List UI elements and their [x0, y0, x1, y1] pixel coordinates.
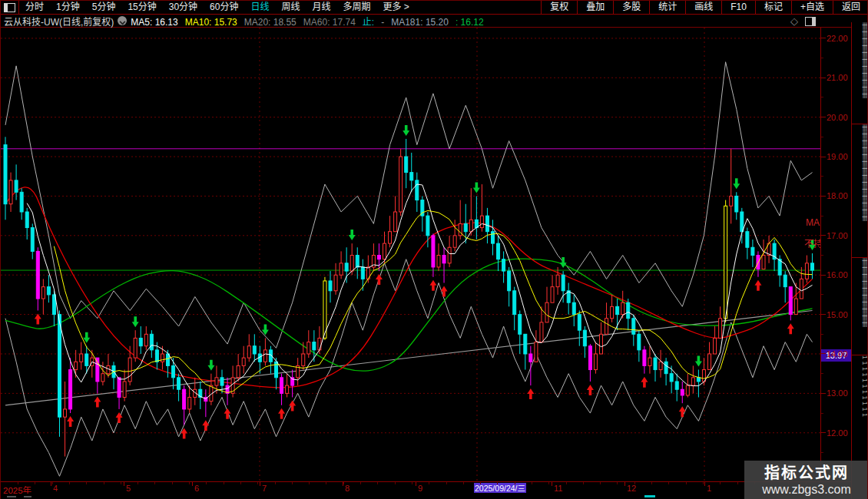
week-tick	[292, 482, 293, 484]
period-tab-1[interactable]: 分时	[19, 1, 50, 14]
candle-body	[85, 354, 88, 365]
period-tab-6[interactable]: 60分钟	[204, 1, 244, 14]
price-axis: 13.97 22.0021.0020.0019.0018.0017.0016.0…	[820, 28, 851, 481]
week-tick	[121, 482, 121, 484]
price-label: 14.00	[827, 349, 848, 359]
candlestick-chart[interactable]: MA不持	[1, 28, 820, 481]
ma-value-3: MA20: 18.55	[244, 17, 297, 28]
chevron-down-icon[interactable]	[118, 16, 127, 25]
period-tab-10[interactable]: 多周期	[337, 1, 377, 14]
candle-body	[263, 350, 267, 362]
candle-body	[340, 263, 343, 275]
candle-body	[101, 374, 104, 382]
chart-canvas: MA不持	[1, 28, 820, 481]
candle-body	[708, 354, 711, 370]
period-tab-11[interactable]: 更多 >	[377, 1, 416, 14]
toolbar-button-1[interactable]: 复权	[541, 1, 577, 14]
date-axis: 2025年 2025/09/24/三 45678911121	[1, 481, 851, 494]
toolbar-button-9[interactable]: 返回	[833, 1, 868, 14]
candle-body	[405, 157, 408, 173]
period-tab-2[interactable]: 1分钟	[50, 1, 86, 14]
candle-body	[778, 259, 781, 276]
diamond-icon[interactable]: ◇	[790, 16, 798, 26]
candle-body	[188, 398, 191, 409]
week-tick	[360, 482, 361, 484]
candle-body	[480, 216, 483, 227]
candle-body	[172, 365, 175, 377]
period-tab-3[interactable]: 5分钟	[86, 1, 122, 14]
ma-values: MA5: 16.13MA10: 15.73MA20: 18.55MA60: 17…	[131, 15, 490, 28]
candle-body	[805, 263, 808, 279]
selected-date-badge: 2025/09/24/三	[474, 483, 526, 493]
week-tick	[600, 482, 601, 484]
week-tick	[737, 482, 738, 484]
clipped-edge-label: MA	[806, 217, 820, 228]
clipped-vertical-text: 卌卌卌卌卌卌卌卌卌卌卌	[852, 22, 868, 124]
period-tab-4[interactable]: 15分钟	[121, 1, 162, 14]
candle-body	[810, 263, 813, 270]
candle-body	[361, 267, 364, 279]
buy-signal-arrow	[67, 416, 74, 427]
candle-body	[253, 346, 256, 354]
candle-body	[161, 354, 164, 362]
period-tab-9[interactable]: 月线	[306, 1, 337, 14]
candle-body	[167, 354, 170, 365]
toolbar-buttons: 复权叠加多股统计画线F10标记+自选返回	[541, 1, 868, 14]
period-tab-8[interactable]: 周线	[275, 1, 306, 14]
buy-signal-arrow	[289, 401, 296, 411]
buy-signal-arrow	[641, 377, 648, 388]
week-tick	[343, 482, 344, 484]
price-tick	[821, 38, 826, 38]
period-tab-5[interactable]: 30分钟	[163, 1, 204, 14]
clipped-edge-label: 不持	[804, 238, 820, 250]
bottom-clipped-pane	[1, 494, 851, 499]
candle-body	[545, 302, 548, 322]
week-tick	[326, 482, 326, 484]
layout-toggle-button[interactable]	[1, 1, 19, 14]
buy-signal-arrow	[202, 420, 209, 431]
month-label: 6	[194, 484, 199, 493]
sell-signal-arrow	[207, 360, 214, 371]
buy-signal-arrow	[429, 280, 436, 291]
week-tick	[309, 482, 310, 484]
price-tick	[821, 235, 826, 236]
week-tick	[446, 482, 447, 484]
candle-body	[356, 256, 359, 267]
toolbar-button-4[interactable]: 统计	[649, 1, 685, 14]
pane-maximize-icon[interactable]	[805, 17, 816, 26]
candle-body	[719, 319, 722, 339]
ma-value-7: MA181: 15.20	[391, 17, 449, 28]
week-tick	[257, 482, 258, 484]
right-edge-clipped-panel[interactable]: 卌卌卌卌卌卌卌卌卌卌卌卌卌卌卌卌卌卌卌卌卌卌卌卌卌卌卌卌卌卌卌卌卌卌卌1 1 1…	[851, 22, 868, 499]
price-label: 21.00	[827, 73, 848, 82]
toolbar-button-8[interactable]: +自选	[791, 1, 833, 14]
candle-body	[31, 228, 34, 252]
toolbar-button-6[interactable]: F10	[721, 1, 755, 14]
week-tick	[240, 482, 241, 484]
candle-body	[36, 251, 39, 299]
buy-signal-arrow	[376, 274, 383, 285]
price-tick-minor	[821, 373, 823, 374]
week-tick	[497, 482, 498, 484]
price-tick-minor	[821, 58, 823, 58]
toolbar-button-7[interactable]: 标记	[755, 1, 791, 14]
month-label: 9	[418, 484, 422, 493]
candle-body	[524, 334, 527, 354]
period-tabs: 分时1分钟5分钟15分钟30分钟60分钟日线周线月线多周期更多 >	[19, 1, 416, 14]
period-tab-7[interactable]: 日线	[244, 1, 275, 14]
candle-body	[464, 223, 467, 231]
week-tick	[566, 482, 567, 484]
toolbar-button-5[interactable]: 画线	[685, 1, 721, 14]
candle-body	[69, 370, 72, 409]
sell-signal-arrow	[473, 182, 480, 193]
candle-body	[432, 236, 435, 267]
week-tick	[651, 482, 652, 484]
candle-body	[714, 338, 717, 354]
toolbar-button-3[interactable]: 多股	[613, 1, 649, 14]
price-label: 16.00	[827, 270, 848, 279]
toolbar-button-2[interactable]: 叠加	[577, 1, 613, 14]
candle-body	[572, 302, 575, 314]
week-tick	[668, 482, 669, 484]
window-layout-icon	[4, 3, 15, 12]
candle-body	[762, 256, 765, 269]
